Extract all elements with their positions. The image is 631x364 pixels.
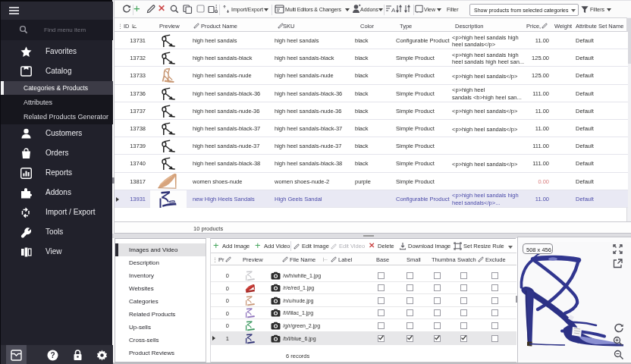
svg-text:?: ? xyxy=(50,351,55,359)
